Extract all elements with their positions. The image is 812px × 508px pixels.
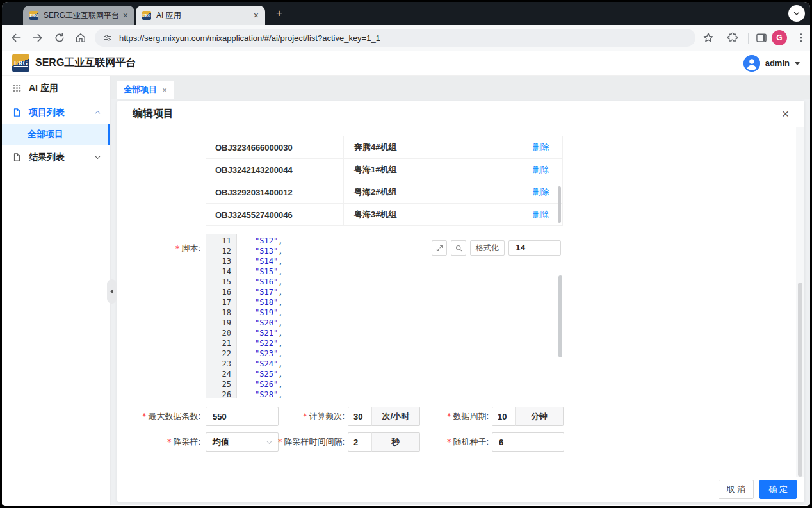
browser-tabstrip: ERG SERG工业互联网平台 × ERG AI 应用 × + <box>2 2 810 25</box>
code-line: "S14", <box>237 256 564 266</box>
search-button[interactable] <box>451 240 466 256</box>
random-seed-label: *随机种子: <box>405 432 489 452</box>
reload-icon[interactable] <box>53 31 66 44</box>
delete-link[interactable]: 删除 <box>533 209 549 220</box>
line-number: 13 <box>206 256 231 266</box>
tab-close-icon[interactable]: × <box>123 11 128 20</box>
data-period-label: *数据周期: <box>405 407 489 426</box>
file-icon <box>12 152 22 162</box>
calc-freq-input[interactable] <box>348 407 372 426</box>
workspace-tab-all-projects[interactable]: 全部项目 × <box>117 81 174 99</box>
app-logo: ERG <box>12 54 29 72</box>
browser-tab-ai[interactable]: ERG AI 应用 × <box>136 6 265 25</box>
forward-icon[interactable] <box>31 31 44 44</box>
person-icon <box>743 55 760 72</box>
object-name-cell: 奔腾4#机组 <box>343 136 519 158</box>
tab-close-icon[interactable]: × <box>254 11 259 20</box>
code-line: "S24", <box>237 359 564 369</box>
editor-scrollbar[interactable] <box>558 275 562 357</box>
line-number: 12 <box>206 246 231 256</box>
font-size-input[interactable]: 14 <box>508 240 561 256</box>
editor-code-area[interactable]: "S12", "S13", "S14", "S15", "S16", "S17"… <box>237 234 564 398</box>
content-area: 全部项目 × 编辑项目 × OBJ3234666000030 奔腾4#机组 <box>111 76 810 505</box>
ok-button[interactable]: 确 定 <box>759 480 797 499</box>
new-tab-button[interactable]: + <box>272 6 286 20</box>
delete-link[interactable]: 删除 <box>533 142 549 153</box>
data-period-unit: 分钟 <box>515 407 564 426</box>
line-number: 11 <box>206 236 231 246</box>
bookmark-star-icon[interactable] <box>702 31 715 44</box>
browser-window: ERG SERG工业互联网平台 × ERG AI 应用 × + https://… <box>2 2 810 506</box>
code-line: "S23", <box>237 348 564 359</box>
sidebar-item-all-projects[interactable]: 全部项目 <box>2 124 110 145</box>
browser-profile-avatar[interactable]: G <box>772 30 787 45</box>
code-line: "S22", <box>237 338 564 348</box>
modal-body: OBJ3234666000030 奔腾4#机组 删除 OBJ3242143200… <box>117 127 804 477</box>
script-field-label: *脚本: <box>117 239 200 258</box>
tab-search-button[interactable] <box>788 5 805 22</box>
modal-close-icon[interactable]: × <box>782 108 789 120</box>
object-id-cell: OBJ3292031400012 <box>206 181 343 203</box>
sidebar-item-result-list[interactable]: 结果列表 <box>2 147 110 168</box>
side-panel-icon[interactable] <box>755 31 768 44</box>
browser-tab-label: SERG工业互联网平台 <box>44 10 118 21</box>
object-id-cell: OBJ3242143200044 <box>206 159 343 181</box>
back-icon[interactable] <box>10 31 22 44</box>
cancel-button[interactable]: 取 消 <box>719 480 754 499</box>
user-avatar <box>743 55 760 72</box>
sidebar-collapse-handle[interactable] <box>107 279 117 304</box>
table-scrollbar[interactable] <box>558 186 561 223</box>
app-header: ERG SERG工业互联网平台 admin <box>2 51 810 76</box>
line-number: 21 <box>206 338 231 348</box>
code-line: "S21", <box>237 328 564 338</box>
site-settings-icon[interactable] <box>102 33 113 43</box>
code-line: "S19", <box>237 307 564 318</box>
address-bar[interactable]: https://serg.mixyun.com/mixapplication/#… <box>95 29 695 47</box>
sidebar-item-project-list[interactable]: 项目列表 <box>2 102 110 123</box>
sidebar-item-label: 项目列表 <box>29 107 65 119</box>
search-icon <box>455 244 463 252</box>
code-line: "S25", <box>237 369 564 379</box>
toolbar-divider <box>748 33 749 44</box>
extensions-icon[interactable] <box>726 31 739 44</box>
code-line: "S17", <box>237 287 564 297</box>
downsample-interval-input[interactable] <box>348 432 372 452</box>
editor-toolbar: 格式化 14 <box>432 240 561 256</box>
table-row: OBJ3234666000030 奔腾4#机组 删除 <box>206 136 562 159</box>
fullscreen-button[interactable] <box>432 240 447 256</box>
modal-scrollbar-thumb[interactable] <box>798 283 802 477</box>
url-text: https://serg.mixyun.com/mixapplication/#… <box>119 33 380 43</box>
home-icon[interactable] <box>74 31 87 44</box>
delete-link[interactable]: 删除 <box>533 164 549 176</box>
script-editor[interactable]: 11 12 13 14 15 16 17 18 19 20 21 22 <box>206 234 564 398</box>
modal-title: 编辑项目 <box>133 107 174 120</box>
browser-menu-icon[interactable] <box>795 31 808 44</box>
random-seed-input[interactable] <box>492 432 564 452</box>
format-button[interactable]: 格式化 <box>470 240 505 256</box>
workspace-tab-label: 全部项目 <box>124 84 157 95</box>
modal-scrollbar-track <box>796 127 804 477</box>
max-rows-label: *最大数据条数: <box>117 407 200 426</box>
line-number: 20 <box>206 328 231 338</box>
chevron-up-icon <box>94 109 101 116</box>
downsample-selected-value: 均值 <box>213 436 229 448</box>
app-title: SERG工业互联网平台 <box>35 56 136 70</box>
browser-tab-label: AI 应用 <box>156 10 248 21</box>
main-area: AI 应用 项目列表 全部项目 结果列表 <box>2 76 810 505</box>
workspace-tab-close-icon[interactable]: × <box>162 85 167 95</box>
browser-tab-serg[interactable]: ERG SERG工业互联网平台 × <box>23 6 134 25</box>
sidebar-app-switcher[interactable]: AI 应用 <box>2 78 110 99</box>
table-row: OBJ3242143200044 粤海1#机组 删除 <box>206 159 562 181</box>
erg-favicon: ERG <box>142 11 151 20</box>
code-line: "S28", <box>237 389 564 398</box>
code-line: "S18", <box>237 297 564 307</box>
sidebar-app-label: AI 应用 <box>29 83 58 94</box>
code-line: "S15", <box>237 266 564 277</box>
code-line: "S26", <box>237 379 564 389</box>
modal-header: 编辑项目 × <box>117 101 804 127</box>
sidebar-item-label: 结果列表 <box>29 152 65 163</box>
line-number: 17 <box>206 297 231 307</box>
user-menu[interactable]: admin <box>743 55 800 72</box>
delete-link[interactable]: 删除 <box>533 186 549 198</box>
data-period-input[interactable] <box>492 407 516 426</box>
